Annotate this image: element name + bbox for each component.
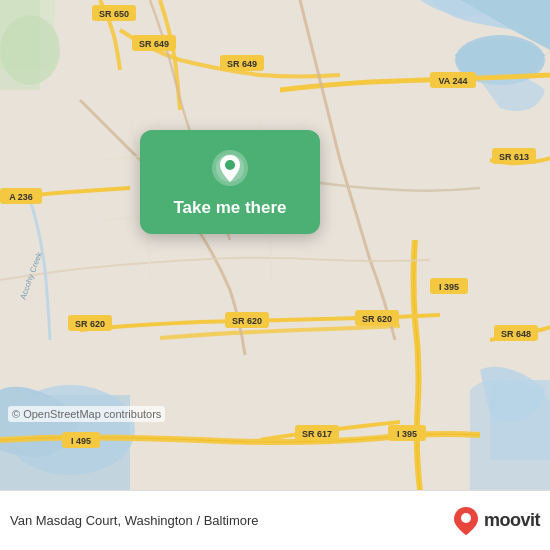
svg-point-4 bbox=[0, 15, 60, 85]
svg-text:SR 649: SR 649 bbox=[227, 59, 257, 69]
location-pin-icon bbox=[210, 148, 250, 188]
map-container: SR 650 SR 649 SR 649 VA 244 SR 613 A 236… bbox=[0, 0, 550, 490]
take-me-there-popup[interactable]: Take me there bbox=[140, 130, 320, 234]
svg-text:SR 617: SR 617 bbox=[302, 429, 332, 439]
svg-text:I 395: I 395 bbox=[439, 282, 459, 292]
svg-point-39 bbox=[225, 160, 235, 170]
location-text: Van Masdag Court, Washington / Baltimore bbox=[10, 513, 452, 528]
popup-label: Take me there bbox=[173, 198, 286, 218]
svg-text:A 236: A 236 bbox=[9, 192, 33, 202]
moovit-text: moovit bbox=[484, 510, 540, 531]
moovit-logo: moovit bbox=[452, 505, 540, 537]
svg-point-40 bbox=[461, 513, 471, 523]
svg-text:SR 649: SR 649 bbox=[139, 39, 169, 49]
svg-text:SR 650: SR 650 bbox=[99, 9, 129, 19]
svg-text:VA 244: VA 244 bbox=[438, 76, 467, 86]
svg-text:I 395: I 395 bbox=[397, 429, 417, 439]
svg-text:SR 620: SR 620 bbox=[362, 314, 392, 324]
osm-credit: © OpenStreetMap contributors bbox=[8, 406, 165, 422]
bottom-bar: Van Masdag Court, Washington / Baltimore… bbox=[0, 490, 550, 550]
svg-text:I 495: I 495 bbox=[71, 436, 91, 446]
svg-text:SR 620: SR 620 bbox=[75, 319, 105, 329]
svg-text:SR 648: SR 648 bbox=[501, 329, 531, 339]
svg-text:SR 613: SR 613 bbox=[499, 152, 529, 162]
moovit-icon bbox=[452, 505, 480, 537]
svg-text:SR 620: SR 620 bbox=[232, 316, 262, 326]
